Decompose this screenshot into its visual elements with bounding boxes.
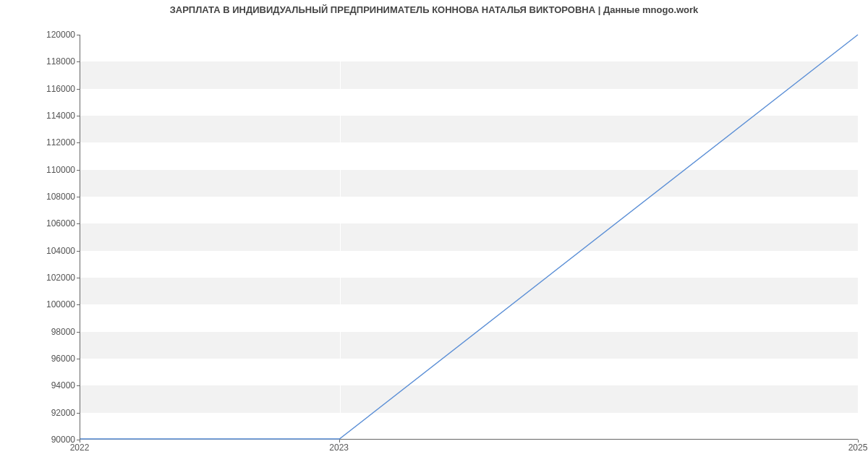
y-tick-mark	[77, 359, 80, 359]
y-tick-label: 110000	[32, 165, 75, 175]
x-tick-label: 2022	[70, 443, 90, 453]
y-tick-mark	[77, 35, 80, 35]
y-tick-label: 112000	[32, 137, 75, 148]
y-tick-mark	[77, 61, 80, 62]
x-tick-mark	[858, 440, 859, 443]
y-tick-mark	[77, 332, 80, 333]
y-tick-mark	[77, 385, 80, 386]
line-series	[80, 35, 858, 439]
y-tick-label: 98000	[32, 327, 75, 337]
plot-area	[80, 35, 858, 440]
y-tick-label: 114000	[32, 111, 75, 121]
y-tick-label: 92000	[32, 408, 75, 418]
x-tick-label: 2023	[329, 443, 349, 453]
y-tick-label: 102000	[32, 273, 75, 283]
y-tick-label: 100000	[32, 299, 75, 309]
y-tick-mark	[77, 251, 80, 252]
y-tick-mark	[77, 223, 80, 224]
y-tick-label: 104000	[32, 246, 75, 256]
y-tick-mark	[77, 197, 80, 197]
y-tick-label: 106000	[32, 218, 75, 228]
y-tick-mark	[77, 89, 80, 90]
y-tick-label: 118000	[32, 56, 75, 67]
x-tick-label: 2025	[848, 443, 868, 453]
y-tick-mark	[77, 170, 80, 171]
x-tick-mark	[339, 440, 340, 443]
series-line	[80, 35, 858, 439]
y-tick-mark	[77, 278, 80, 278]
y-tick-label: 96000	[32, 354, 75, 364]
y-tick-label: 120000	[32, 30, 75, 40]
y-tick-mark	[77, 116, 80, 116]
y-tick-label: 94000	[32, 380, 75, 390]
y-tick-label: 116000	[32, 84, 75, 94]
y-tick-label: 108000	[32, 192, 75, 202]
y-tick-mark	[77, 413, 80, 414]
y-tick-mark	[77, 142, 80, 143]
chart-container: ЗАРПЛАТА В ИНДИВИДУАЛЬНЫЙ ПРЕДПРИНИМАТЕЛ…	[0, 0, 868, 470]
chart-title: ЗАРПЛАТА В ИНДИВИДУАЛЬНЫЙ ПРЕДПРИНИМАТЕЛ…	[0, 4, 868, 15]
x-tick-mark	[80, 440, 80, 443]
y-tick-label: 90000	[32, 435, 75, 445]
y-tick-mark	[77, 304, 80, 305]
